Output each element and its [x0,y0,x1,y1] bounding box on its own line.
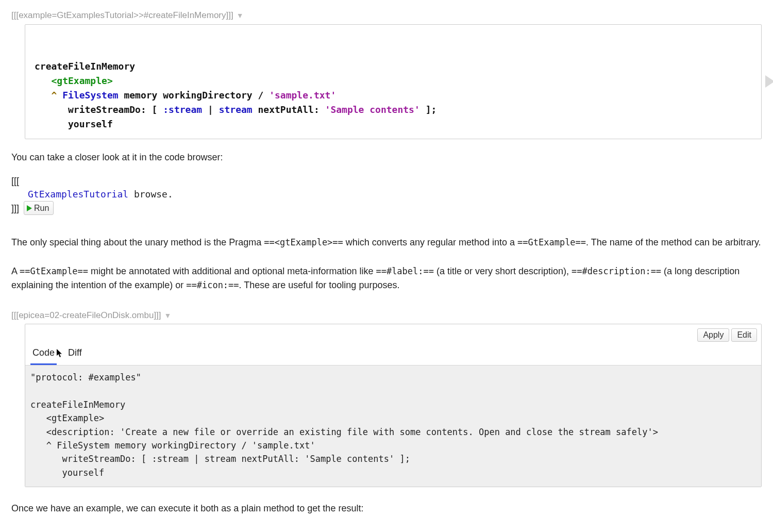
inline-code: ==#label:== [376,266,434,276]
snippet-close: ]]] [11,202,19,215]
inline-code: ==#icon:== [186,280,239,290]
example-annotation-label: [[[example=GtExamplesTutorial>>#createFi… [11,9,762,22]
inline-snippet: [[[ GtExamplesTutorial browse. ]]] Run [11,174,762,215]
message-send: browse. [128,189,173,200]
apply-button[interactable]: Apply [697,328,729,342]
method-name: createFileInMemory [35,61,135,72]
annotation-text: [[[example=GtExamplesTutorial>>#createFi… [11,9,233,22]
run-label: Run [34,202,49,214]
code-text: memory workingDirectory / [119,90,270,101]
snippet-code-line: GtExamplesTutorial browse. [11,188,762,201]
edit-button[interactable]: Edit [731,328,757,342]
string-literal: 'sample.txt' [269,90,336,101]
tab-diff[interactable]: Diff [66,343,84,365]
chevron-down-icon[interactable]: ▼ [237,10,244,21]
code-text: yourself [68,119,113,129]
code-block-createFileInMemory[interactable]: createFileInMemory <gtExample> ^ FileSys… [25,24,762,139]
paragraph-intro: You can take a closer look at it in the … [11,151,762,164]
play-icon[interactable] [765,75,773,88]
class-ref: GtExamplesTutorial [28,189,128,200]
text: (a title or very short description), [434,266,572,276]
text: The only special thing about the unary m… [11,237,264,247]
cursor-icon [56,348,63,361]
code-text: ]; [420,104,437,115]
text: might be annotated with additional and o… [88,266,376,276]
annotation-text: [[[epicea=02-createFileOnDisk.ombu]]] [11,309,161,322]
pragma: <gtExample> [52,75,113,86]
diff-block: Apply Edit Code Diff "protocol: #example… [25,324,762,487]
diff-tabs: Code Diff [25,343,761,365]
play-icon [27,205,32,211]
text: . The name of the method can be arbitrar… [586,237,761,247]
tab-code[interactable]: Code [30,343,57,365]
keyword-msg: writeStreamDo: [68,104,146,115]
inline-code: ==GtExample== [517,237,586,247]
snippet-close-row: ]]] Run [11,201,762,215]
code-text: [ [146,104,163,115]
text: A [11,266,20,276]
chevron-down-icon[interactable]: ▼ [164,310,172,321]
paragraph-pragma: The only special thing about the unary m… [11,236,762,249]
epicea-annotation-label: [[[epicea=02-createFileOnDisk.ombu]]] ▼ [11,309,762,322]
paragraph-meta: A ==GtExample== might be annotated with … [11,264,762,291]
diff-toolbar: Apply Edit [25,324,761,343]
text: . These are useful for tooling purposes. [239,280,400,290]
inline-code: ==GtExample== [20,266,88,276]
var-ref: stream [219,104,253,115]
run-button[interactable]: Run [24,201,54,215]
text: which converts any regular method into a [343,237,517,247]
snippet-open: [[[ [11,174,762,188]
return-caret: ^ [52,90,57,101]
code-text: | [202,104,219,115]
inline-code: ==<gtExample>== [264,237,343,247]
diff-code-body[interactable]: "protocol: #examples" createFileInMemory… [25,365,761,487]
block-arg: :stream [163,104,202,115]
inline-code: ==#description:== [572,266,661,276]
keyword-msg: nextPutAll: [253,104,325,115]
string-literal: 'Sample contents' [325,104,420,115]
class-ref: FileSystem [62,90,118,101]
paragraph-outro: Once we have an example, we can execute … [11,502,762,515]
